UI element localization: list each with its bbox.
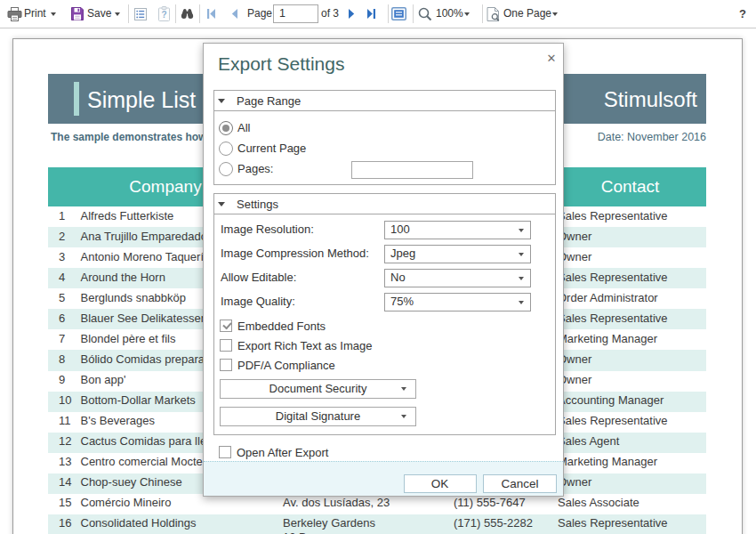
zoom-dropdown-caret-icon[interactable] [464, 12, 470, 16]
row-company: Consolidated Holdings [81, 516, 197, 530]
row-number: 5 [59, 291, 65, 305]
table-row: 15 Comércio Mineiro Av. dos Lusíadas, 23… [48, 494, 706, 514]
export-rich-text-checkbox[interactable] [220, 339, 232, 352]
row-number: 10 [59, 393, 71, 408]
pdfa-compliance-checkbox[interactable] [220, 359, 232, 371]
last-page-icon[interactable] [367, 9, 375, 19]
save-dropdown-caret-icon[interactable] [115, 12, 120, 16]
document-security-label: Document Security [269, 382, 367, 395]
print-dropdown-caret-icon[interactable] [51, 12, 56, 16]
allow-editable-select[interactable]: No [384, 269, 531, 287]
radio-all-label[interactable]: All [237, 121, 250, 135]
image-quality-label: Image Quality: [221, 293, 295, 312]
export-rich-text-label[interactable]: Export Rich Text as Image [237, 339, 373, 352]
editor-clipboard-icon[interactable]: ? [158, 6, 170, 21]
toolbar-separator [175, 4, 176, 23]
save-button[interactable]: Save [87, 0, 111, 28]
row-company: B's Beverages [81, 414, 155, 428]
toolbar-separator [482, 4, 483, 23]
select-caret-icon [519, 229, 524, 232]
row-company: Blauer See Delikatessen [81, 312, 207, 326]
row-number: 12 [59, 434, 71, 449]
fullscreen-icon[interactable] [391, 7, 406, 20]
radio-pages[interactable] [219, 162, 233, 176]
radio-pages-label[interactable]: Pages: [237, 162, 273, 176]
document-security-button[interactable]: Document Security [220, 379, 416, 399]
first-page-icon[interactable] [207, 9, 215, 19]
open-after-export-checkbox[interactable] [219, 446, 231, 458]
view-mode-icon [487, 7, 501, 21]
row-number: 1 [59, 209, 65, 223]
row-company: Blondel père et fils [81, 332, 176, 346]
button-caret-icon [401, 387, 406, 391]
row-company: Around the Horn [81, 271, 165, 285]
row-number: 11 [59, 414, 71, 428]
title-accent-bar [74, 82, 79, 116]
row-number: 8 [59, 352, 65, 367]
svg-text:?: ? [161, 10, 166, 20]
image-compression-label: Image Compression Method: [221, 245, 369, 263]
row-phone: (171) 555-2282 [454, 516, 533, 530]
digital-signature-label: Digital Signature [276, 409, 360, 423]
digital-signature-button[interactable]: Digital Signature [220, 407, 416, 426]
row-address: Berkeley Gardens12 Brewery [283, 516, 375, 534]
image-compression-select[interactable]: Jpeg [384, 245, 531, 263]
row-number: 16 [59, 516, 71, 530]
settings-section-header[interactable]: Settings [214, 194, 555, 214]
view-mode-value[interactable]: One Page [503, 0, 551, 28]
row-number: 15 [59, 496, 71, 510]
toolbar: Print Save ? [0, 0, 756, 28]
zoom-icon [418, 7, 432, 21]
row-contact: Marketing Manager [558, 455, 657, 469]
select-caret-icon [519, 301, 524, 304]
row-number: 2 [59, 230, 65, 244]
pages-range-input[interactable] [351, 161, 473, 179]
dialog-title: Export Settings [218, 53, 344, 75]
radio-current-page-label[interactable]: Current Page [237, 142, 306, 156]
row-number: 13 [59, 455, 71, 469]
row-company: Chop-suey Chinese [81, 475, 182, 490]
row-company: Bottom-Dollar Markets [81, 393, 196, 408]
row-contact: Sales Representative [558, 414, 668, 428]
cancel-button[interactable]: Cancel [483, 474, 557, 493]
save-icon [71, 7, 84, 20]
image-resolution-select[interactable]: 100 [384, 221, 531, 239]
report-title: Simple List [87, 74, 196, 124]
allow-editable-value: No [390, 271, 406, 284]
parameters-icon[interactable] [134, 8, 147, 20]
embedded-fonts-label[interactable]: Embedded Fonts [237, 320, 326, 333]
help-button[interactable]: ? [739, 0, 746, 28]
open-after-export-label[interactable]: Open After Export [237, 446, 328, 459]
embedded-fonts-checkbox[interactable] [220, 320, 232, 332]
next-page-icon[interactable] [349, 9, 355, 19]
pdfa-compliance-label[interactable]: PDF/A Compliance [237, 359, 335, 372]
page-number-input[interactable] [273, 4, 318, 24]
print-button[interactable]: Print [24, 0, 46, 28]
print-icon [7, 7, 22, 21]
row-contact: Marketing Manager [558, 332, 657, 346]
image-quality-select[interactable]: 75% [384, 293, 531, 312]
select-caret-icon [519, 277, 524, 280]
export-settings-dialog: Export Settings ✕ Page Range All Current… [203, 43, 564, 497]
find-icon[interactable] [181, 8, 194, 20]
image-resolution-value: 100 [390, 222, 410, 236]
previous-page-icon[interactable] [231, 9, 237, 19]
close-icon[interactable]: ✕ [543, 51, 559, 67]
row-number: 6 [59, 312, 65, 326]
row-company: Bólido Comidas preparadas [81, 352, 223, 367]
row-contact: Sales Representative [558, 312, 668, 326]
row-company: Berglunds snabbköp [81, 291, 187, 305]
collapse-triangle-icon [218, 99, 225, 103]
radio-all[interactable] [219, 121, 233, 135]
row-address: Av. dos Lusíadas, 23 [283, 496, 390, 510]
image-resolution-label: Image Resolution: [221, 221, 314, 239]
zoom-value[interactable]: 100% [436, 0, 463, 28]
table-row: 16 Consolidated Holdings Berkeley Garden… [48, 514, 706, 534]
ok-button[interactable]: OK [404, 474, 477, 493]
page-range-section-label: Page Range [237, 91, 301, 111]
view-mode-dropdown-caret-icon[interactable] [552, 12, 558, 16]
button-caret-icon [401, 415, 406, 418]
page-range-section-header[interactable]: Page Range [214, 91, 555, 111]
row-contact: Sales Agent [558, 434, 619, 449]
radio-current-page[interactable] [219, 142, 233, 156]
